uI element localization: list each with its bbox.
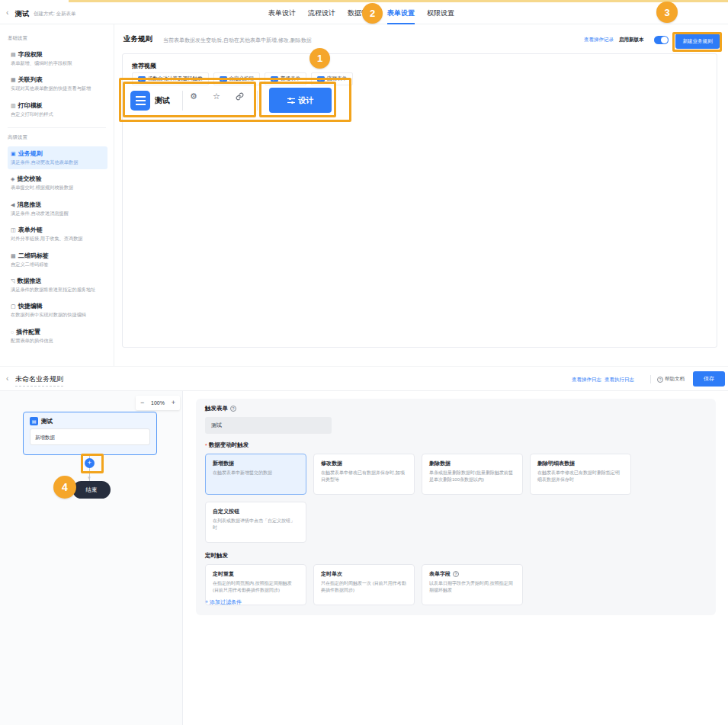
sidebar-divider [8,127,106,128]
add-filter-condition-link[interactable]: + 添加过滤条件 [205,598,242,606]
video-tabs: ▶函数自动计算及逻辑触发 ▶自定义按钮 ▶普通表单 ▶流程表单 [132,72,353,85]
page-description: 当前表单数据发生变动后,自动在其他表单中新增,修改,删除数据 [163,37,312,44]
sidebar-item-quick-edit[interactable]: ▢快捷编辑 在数据列表中实现对数据的快捷编辑 [8,299,107,322]
form-create-mode: 创建方式: 全新表单 [34,11,76,18]
divider [182,91,183,111]
back-icon[interactable]: ‹ [6,374,8,383]
trigger-form-label: 触发表单 [205,405,228,412]
sidebar-item-plugin-config[interactable]: ◌插件配置 配置表单的插件信息 [8,325,107,348]
info-icon[interactable]: ? [230,406,236,412]
submit-validation-icon: ◈ [11,176,14,181]
required-mark: * [205,443,207,448]
trigger-form-input[interactable]: 测试 [205,417,332,434]
new-business-rule-button[interactable]: 新建业务规则 [675,34,720,49]
form-title: 测试 [15,9,29,19]
sidebar-item-field-permission[interactable]: ▤字段权限 表单新增、编辑时的字段权限 [8,47,107,70]
save-button[interactable]: 保存 [693,371,725,387]
sidebar-item-qrcode-label[interactable]: ▩二维码标签 自定义二维码标签 [8,249,107,271]
trigger-card-add-data[interactable]: 新增数据 在触发表单中新增提交的数据 [205,454,306,495]
rule-name: 测试 [155,95,170,106]
rule-editor-header: ‹ 未命名业务规则 查看操作日志 查看执行日志 ? 帮助文档 [0,366,728,391]
video-tab-normal-form[interactable]: ▶普通表单 [265,72,306,85]
sidebar-item-print-template[interactable]: ▥打印模板 自定义打印时的样式 [8,98,107,121]
info-icon[interactable]: ? [453,571,459,577]
zoom-control: − 100% + [136,396,180,410]
sidebar-section-basic: 基础设置 [8,35,114,42]
zoom-in-button[interactable]: + [172,399,175,406]
main-tabs: 表单设计 流程设计 数据管理 表单设置 权限设置 [268,2,454,24]
help-icon: ? [657,377,663,383]
end-node: 结束 [72,481,111,499]
add-node-button[interactable]: + [85,458,95,468]
divider [257,91,258,111]
sliders-icon [287,97,295,104]
video-play-icon: ▶ [271,76,278,82]
new-version-label: 启用新版本 [619,37,644,43]
field-permission-icon: ▤ [11,52,16,57]
timer-card-form-field[interactable]: 表单字段? 以表单日期字段作为开始时间,按照指定周期循环触发 [422,564,523,605]
settings-sidebar: 基础设置 ▤字段权限 表单新增、编辑时的字段权限 ▦关联列表 实现对其他表单数据… [0,24,114,366]
flow-canvas[interactable]: − 100% + ▤ 测试 新增数据 ▼ + 结束 [0,391,183,725]
tab-form-settings[interactable]: 表单设置 [387,2,415,24]
tab-flow-design[interactable]: 流程设计 [308,2,335,24]
view-operation-record-link[interactable]: 查看操作记录 [584,37,614,43]
link-icon[interactable] [236,92,244,102]
sidebar-item-submit-validation[interactable]: ◈提交校验 表单提交时,根据规则校验数据 [8,172,107,194]
view-exec-log-link[interactable]: 查看执行日志 [605,377,634,383]
node-title: 测试 [41,418,53,425]
back-icon[interactable]: ‹ [6,8,8,17]
trigger-card-delete-subform-data[interactable]: 删除明细表数据 在触发表单中修改已有数据时删除指定明细表数据并保存时 [530,454,631,495]
sidebar-item-business-rules[interactable]: ▣业务规则 满足条件,自动更改其他表单数据 [8,146,107,169]
tab-permission-settings[interactable]: 权限设置 [427,2,454,24]
zoom-out-button[interactable]: − [140,399,144,406]
message-push-icon: ◀ [11,202,14,207]
video-tab-flow-form[interactable]: ▶流程表单 [311,72,353,85]
top-header: ‹ 测试 创建方式: 全新表单 表单设计 流程设计 数据管理 表单设置 权限设置 [0,2,728,24]
external-link-icon: ◫ [11,227,16,233]
sidebar-item-data-push[interactable]: ◹数据推送 满足条件的数据将推送至指定的服务地址 [8,274,107,297]
page-title: 业务规则 [123,34,152,44]
help-doc-link[interactable]: ? 帮助文档 [657,376,685,383]
video-tab-function-trigger[interactable]: ▶函数自动计算及逻辑触发 [132,72,209,85]
quick-edit-icon: ▢ [11,303,16,309]
video-play-icon: ▶ [138,76,146,82]
rule-name-editable[interactable]: 未命名业务规则 [15,374,63,387]
tab-data-manage[interactable]: 数据管理 [348,2,375,24]
timer-trigger-label: 定时触发 [205,552,707,560]
trigger-card-custom-button[interactable]: 自定义按钮 在列表或数据详情中点击「自定义按钮」时 [205,502,306,543]
toggle-knob [661,37,668,43]
trigger-node[interactable]: ▤ 测试 新增数据 [23,412,157,455]
trigger-cards: 新增数据 在触发表单中新增提交的数据 修改数据 在触发表单中修改已有数据并保存时… [205,454,647,543]
connector-arrow-icon: ▼ [87,476,91,480]
rule-form-icon [130,91,150,111]
trigger-config-panel: 触发表单 ? 测试 * 数据变动时触发 新增数据 在触发表单中新增提交的数据 修… [184,391,728,725]
plugin-config-icon: ◌ [11,329,14,335]
zoom-level: 100% [151,400,165,406]
sidebar-item-external-link[interactable]: ◫表单外链 对外分享链接,用于收集、查询数据 [8,223,107,245]
data-trigger-label: 数据变动时触发 [209,441,249,449]
recommended-videos-title: 推荐视频 [132,62,156,70]
video-play-icon: ▶ [220,76,227,82]
view-op-log-link[interactable]: 查看操作日志 [572,377,601,383]
new-version-toggle[interactable] [654,36,669,44]
tab-form-design[interactable]: 表单设计 [268,2,296,24]
timer-card-once[interactable]: 定时单次 只在指定的时间触发一次 (目前只用作考勤类插件数据同步) [313,564,415,605]
qrcode-icon: ▩ [11,253,16,258]
sidebar-item-related-list[interactable]: ▦关联列表 实现对其他表单数据的快捷查看与新增 [8,72,107,95]
design-button[interactable]: 设计 [269,88,332,113]
gear-icon[interactable]: ⚙ [190,92,197,101]
trigger-card-modify-data[interactable]: 修改数据 在触发表单中修改已有数据并保存时,如项目类型等 [313,454,415,495]
rules-page-header: 业务规则 当前表单数据发生变动后,自动在其他表单中新增,修改,删除数据 查看操作… [123,32,718,50]
trigger-card-delete-data[interactable]: 删除数据 单条或批量删除数据时(批量删除触发前提是单次删除100条数据以内) [422,454,523,495]
star-icon[interactable]: ☆ [213,92,220,101]
sidebar-section-advanced: 高级设置 [8,134,114,141]
sidebar-item-message-push[interactable]: ◀消息推送 满足条件,自动发送消息提醒 [8,197,107,220]
rules-content-box: 推荐视频 ▶函数自动计算及逻辑触发 ▶自定义按钮 ▶普通表单 ▶流程表单 测试 … [122,53,717,348]
node-action[interactable]: 新增数据 [30,428,150,445]
video-tab-custom-button[interactable]: ▶自定义按钮 [213,72,261,85]
trigger-config-box: 触发表单 ? 测试 * 数据变动时触发 新增数据 在触发表单中新增提交的数据 修… [196,399,716,615]
related-list-icon: ▦ [11,77,16,82]
node-form-icon: ▤ [30,417,38,425]
business-rules-icon: ▣ [11,151,16,156]
app-screen: ‹ 测试 创建方式: 全新表单 表单设计 流程设计 数据管理 表单设置 权限设置… [0,0,728,725]
